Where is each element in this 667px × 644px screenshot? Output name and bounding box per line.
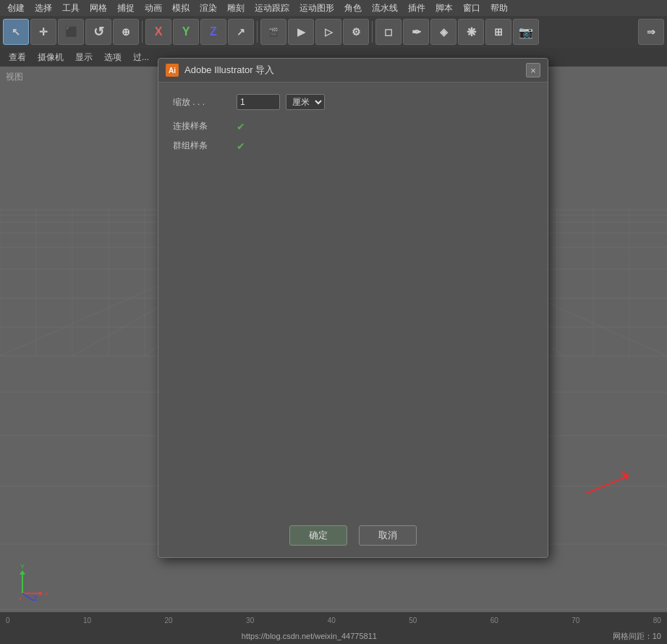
cancel-button[interactable]: 取消 (359, 525, 417, 546)
dialog-ai-icon: Ai (166, 64, 179, 77)
connect-splines-row: 连接样条 ✔ (173, 120, 533, 132)
connect-splines-check[interactable]: ✔ (237, 121, 245, 132)
scale-input[interactable] (237, 94, 280, 110)
group-splines-label: 群组样条 (173, 140, 231, 152)
dialog-body: 缩放 . . . 厘米 毫米 米 英寸 连接样条 ✔ 群组样条 ✔ (158, 82, 548, 517)
scale-row: 缩放 . . . 厘米 毫米 米 英寸 (173, 94, 533, 110)
scale-label: 缩放 . . . (173, 96, 231, 109)
connect-splines-label: 连接样条 (173, 120, 231, 132)
ok-button[interactable]: 确定 (289, 525, 347, 546)
dialog-footer: 确定 取消 (158, 517, 548, 557)
ai-import-dialog: Ai Adobe Illustrator 导入 × 缩放 . . . 厘米 毫米… (158, 58, 548, 558)
dialog-close-button[interactable]: × (526, 63, 540, 77)
group-splines-row: 群组样条 ✔ (173, 140, 533, 152)
unit-select[interactable]: 厘米 毫米 米 英寸 (286, 94, 325, 110)
dialog-overlay: Ai Adobe Illustrator 导入 × 缩放 . . . 厘米 毫米… (0, 0, 667, 644)
group-splines-check[interactable]: ✔ (237, 140, 245, 152)
dialog-title: Adobe Illustrator 导入 (184, 64, 520, 77)
dialog-titlebar: Ai Adobe Illustrator 导入 × (158, 59, 548, 82)
